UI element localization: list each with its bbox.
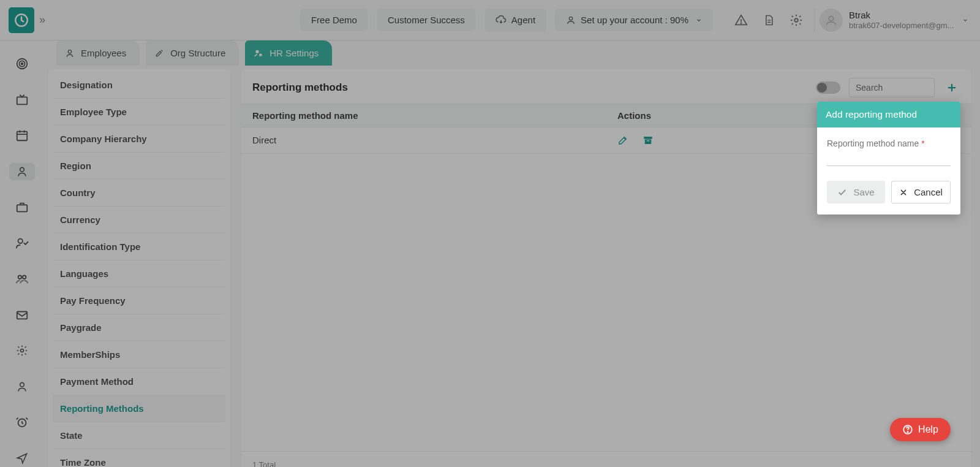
field-label: Reporting method name* (827, 139, 951, 148)
reporting-method-name-input[interactable] (827, 150, 951, 166)
close-icon (899, 188, 908, 197)
check-icon (837, 188, 847, 197)
help-icon (902, 424, 913, 435)
save-button[interactable]: Save (827, 181, 885, 203)
modal-scrim[interactable] (0, 0, 980, 467)
field-label-text: Reporting method name (827, 139, 919, 148)
required-mark: * (921, 139, 924, 148)
help-label: Help (918, 424, 938, 435)
save-label: Save (853, 187, 874, 197)
cancel-button[interactable]: Cancel (891, 181, 951, 203)
svg-point-26 (907, 431, 908, 432)
add-reporting-method-popover: Add reporting method Reporting method na… (817, 102, 960, 215)
cancel-label: Cancel (914, 187, 943, 197)
popover-title: Add reporting method (817, 102, 960, 127)
help-button[interactable]: Help (890, 418, 951, 441)
